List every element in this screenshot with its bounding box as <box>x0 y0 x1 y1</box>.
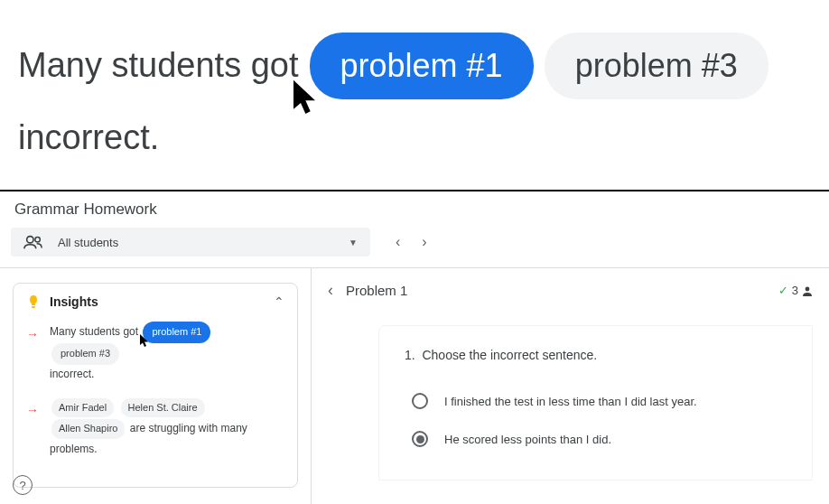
question-text: Choose the incorrect sentence. <box>422 348 597 362</box>
correct-count: 3 <box>792 284 798 297</box>
prev-arrow-button[interactable]: ‹ <box>396 234 400 250</box>
hero-text-after: incorrect. <box>18 110 159 165</box>
people-icon <box>23 235 43 249</box>
caret-down-icon: ▼ <box>349 238 358 247</box>
students-dropdown[interactable]: All students ▼ <box>11 228 370 257</box>
students-dropdown-label: All students <box>58 236 118 249</box>
hero-zoomed-insight: Many students got problem #1 problem #3 … <box>0 0 829 191</box>
lightbulb-icon <box>26 294 41 309</box>
problem-meta: ✓ 3 <box>778 284 813 297</box>
cursor-icon <box>293 79 322 119</box>
question-number: 1. <box>405 348 415 362</box>
svg-point-1 <box>35 238 41 243</box>
cursor-icon <box>140 334 151 349</box>
option-row[interactable]: He scored less points than I did. <box>405 420 787 458</box>
hero-text-before: Many students got <box>18 38 299 93</box>
filter-bar: All students ▼ ‹ › <box>0 228 829 267</box>
option-text: He scored less points than I did. <box>444 433 611 446</box>
insight-row-1: → Many students got problem #1 problem #… <box>26 322 284 384</box>
student-chip[interactable]: Amir Fadel <box>51 398 114 418</box>
svg-point-0 <box>27 237 33 243</box>
next-arrow-button[interactable]: › <box>422 234 426 250</box>
help-button[interactable]: ? <box>13 475 33 495</box>
radio-icon <box>412 393 428 409</box>
back-arrow-button[interactable]: ‹ <box>328 281 333 300</box>
insight-text: Many students got <box>50 325 138 338</box>
radio-icon <box>412 431 428 447</box>
student-chip[interactable]: Helen St. Claire <box>121 398 205 418</box>
person-icon <box>802 285 813 296</box>
svg-rect-2 <box>32 306 35 308</box>
insights-card: Insights ⌃ → Many students got problem #… <box>13 283 298 487</box>
option-text: I finished the test in less time than I … <box>444 395 697 408</box>
insights-toggle[interactable]: Insights ⌃ <box>26 294 284 309</box>
question-card: 1. Choose the incorrect sentence. I fini… <box>378 325 813 481</box>
page-title: Grammar Homework <box>0 191 829 228</box>
hero-chip-problem-1[interactable]: problem #1 <box>310 33 534 99</box>
insight-text: incorrect. <box>50 368 94 380</box>
option-row[interactable]: I finished the test in less time than I … <box>405 382 787 420</box>
right-panel: ‹ Problem 1 ✓ 3 1. Choose the incorrect … <box>312 268 829 504</box>
arrow-right-icon: → <box>26 399 39 460</box>
insight-row-2: → Amir Fadel Helen St. Claire Allen Shap… <box>26 397 284 460</box>
chevron-up-icon: ⌃ <box>274 294 284 309</box>
student-chip[interactable]: Allen Shapiro <box>51 419 125 439</box>
insight-chip-problem-1[interactable]: problem #1 <box>143 322 210 343</box>
insight-chip-problem-3[interactable]: problem #3 <box>51 343 119 365</box>
app-container: Grammar Homework All students ▼ ‹ › <box>0 191 829 504</box>
hero-chip-problem-3[interactable]: problem #3 <box>545 33 768 99</box>
left-panel: Insights ⌃ → Many students got problem #… <box>0 268 312 504</box>
checkmark-icon: ✓ <box>778 284 788 297</box>
insights-title: Insights <box>50 294 98 309</box>
table-controls: Students ▲▼ Score ▲▼ 1234 <box>13 488 298 504</box>
problem-title: Problem 1 <box>346 283 407 298</box>
svg-point-3 <box>806 286 810 291</box>
arrow-right-icon: → <box>26 323 39 384</box>
